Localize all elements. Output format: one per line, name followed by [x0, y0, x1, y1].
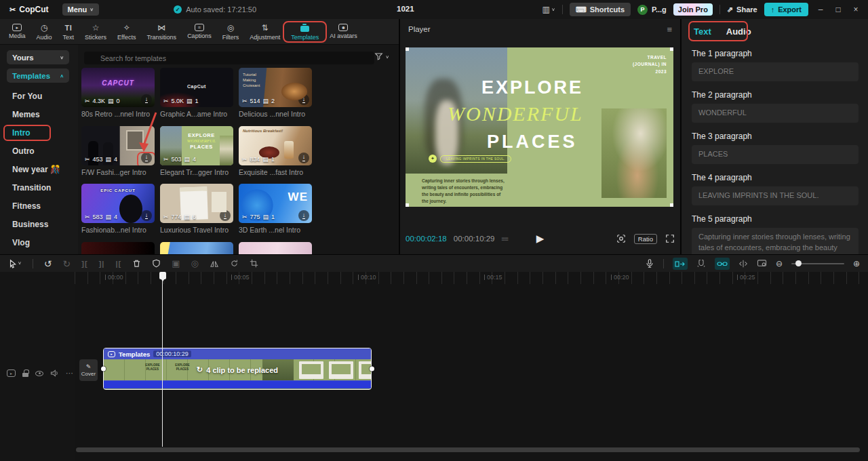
template-thumbnail[interactable]: CapCut ✂ 5.0K ▤ 1 — [160, 68, 233, 107]
paragraph-input[interactable]: WONDERFUL — [692, 104, 859, 123]
fullscreen-icon[interactable] — [665, 234, 675, 243]
sidebar-item-transition[interactable]: Transition — [0, 179, 78, 197]
download-button[interactable]: ↓ — [220, 210, 231, 221]
mask-button[interactable] — [152, 259, 161, 268]
focus-icon[interactable] — [616, 234, 626, 243]
redo-button[interactable]: ↻ — [63, 258, 71, 269]
tab-ai-avatars[interactable]: ☻ AI avatars — [325, 23, 362, 40]
template-card[interactable]: Tutorial Making Croissant ✂ 514 ▤ 2 ↓ De… — [239, 68, 312, 117]
magnet-button[interactable] — [696, 259, 706, 268]
template-thumbnail[interactable]: EXPLORE WONDERFUL PLACES ✂ 503 ▤ 4 — [160, 126, 233, 165]
split-button[interactable]: ][ — [81, 260, 87, 268]
zoom-out-button[interactable]: ⊖ — [776, 259, 783, 268]
shortcuts-button[interactable]: ⌨ Shortcuts — [570, 3, 631, 16]
sidebar-item-intro[interactable]: Intro — [0, 124, 78, 142]
frame-order-icon[interactable]: ≡≡ — [502, 235, 509, 243]
timeline-zoom-slider[interactable] — [791, 263, 844, 264]
template-thumbnail[interactable]: Nutritious Breakfast! ✂ 834 ▤ 1 ↓ — [239, 126, 312, 165]
preview-axis-button[interactable] — [757, 259, 767, 268]
slider-knob[interactable] — [795, 260, 802, 266]
template-card[interactable] — [160, 242, 233, 255]
tab-text[interactable]: Text — [694, 26, 711, 37]
selection-handle[interactable] — [670, 47, 673, 51]
template-card[interactable] — [81, 242, 155, 255]
crop-button[interactable] — [250, 259, 258, 268]
timeline-clip-templates[interactable]: ▸ Templates 00:00:10:29 EXPLORE PLACES E… — [103, 348, 372, 390]
tab-adjustment[interactable]: ⇅ Adjustment — [245, 22, 285, 41]
template-thumbnail[interactable]: ✂ 774 ▤ 6 ↓ — [160, 184, 233, 223]
template-thumbnail[interactable]: CAPCUT ✂ 4.3K ▤ 0 ↓ — [81, 68, 155, 107]
sidebar-group-yours[interactable]: Yours ∨ — [7, 50, 69, 64]
sidebar-item-for-you[interactable]: For You — [0, 87, 78, 106]
tab-audio[interactable]: ◷ Audio — [32, 22, 57, 41]
sidebar-item-fitness[interactable]: Fitness — [0, 197, 78, 216]
cover-button[interactable]: ✎ Cover — [79, 359, 98, 381]
template-thumbnail[interactable]: WE ✂ 775 ▤ 1 ↓ — [239, 184, 312, 223]
avatar[interactable]: P — [637, 5, 648, 15]
sidebar-item-business[interactable]: Business — [0, 216, 78, 234]
download-button[interactable]: ↓ — [298, 210, 309, 221]
playhead-line[interactable] — [162, 272, 163, 447]
selection-handle[interactable] — [406, 203, 409, 207]
selection-handle[interactable] — [406, 47, 409, 51]
player-menu-icon[interactable]: ≡ — [667, 24, 672, 35]
speaker-icon[interactable] — [50, 369, 59, 377]
selection-handle[interactable] — [670, 203, 673, 207]
ratio-button[interactable]: Ratio — [634, 234, 657, 244]
template-card[interactable]: EXPLORE WONDERFUL PLACES ✂ 503 ▤ 4 — [160, 126, 233, 176]
share-button[interactable]: ⇗ Share — [727, 5, 757, 14]
layout-button[interactable]: ▥ ∨ — [542, 5, 555, 14]
playhead-handle[interactable] — [159, 272, 166, 279]
split-right-button[interactable]: |[ — [115, 260, 121, 268]
template-thumbnail[interactable] — [81, 242, 155, 255]
delete-button[interactable] — [132, 259, 141, 268]
tab-stickers[interactable]: ☆ Stickers — [80, 22, 111, 41]
template-card[interactable]: ✂ 774 ▤ 6 ↓ Luxurious Travel Intro — [160, 184, 233, 233]
search-input[interactable] — [84, 52, 374, 64]
snap-toggle[interactable] — [673, 258, 688, 270]
template-card[interactable]: ✂ 453 ▤ 4 ↓ F/W Fashi...ger — [81, 126, 155, 176]
tab-audio[interactable]: Audio — [726, 26, 751, 37]
select-tool-button[interactable]: ∨ — [8, 259, 22, 268]
expand-clips-button[interactable] — [738, 259, 748, 268]
record-voiceover-button[interactable] — [645, 258, 654, 268]
download-button[interactable]: ↓ — [298, 153, 309, 163]
sidebar-item-vlog[interactable]: Vlog — [0, 234, 78, 252]
filter-button[interactable]: ∨ — [374, 52, 389, 60]
more-options-icon[interactable]: ⋯ — [66, 369, 74, 378]
paragraph-input[interactable]: LEAVING IMPRINTS IN THE SOUL. — [692, 186, 859, 205]
tab-transitions[interactable]: ⋈ Transitions — [142, 22, 181, 41]
sidebar-item-outro[interactable]: Outro — [0, 142, 78, 161]
timeline-ruler[interactable]: 00:00 00:05 00:10 00:15 00:20 00:25 — [75, 272, 868, 284]
undo-button[interactable]: ↺ — [44, 258, 52, 269]
record-button[interactable]: ◎ — [191, 258, 198, 268]
overlay-button[interactable]: ▣ — [172, 258, 180, 268]
template-card[interactable]: EPIC CAPCUT ✂ 583 ▤ 4 ↓ Fashionab...nel … — [81, 184, 155, 233]
download-button[interactable]: ↓ — [141, 210, 152, 221]
eye-icon[interactable] — [35, 371, 43, 376]
link-toggle[interactable] — [715, 258, 730, 270]
sidebar-item-new-year[interactable]: New year 🎊 — [0, 161, 78, 179]
tab-text[interactable]: TI Text — [58, 22, 79, 41]
rotate-button[interactable] — [230, 259, 239, 268]
sidebar-item-memes[interactable]: Memes — [0, 106, 78, 124]
template-thumbnail[interactable] — [160, 242, 233, 255]
paragraph-input[interactable]: Capturing inner stories through lenses, … — [692, 228, 859, 254]
paragraph-input[interactable]: PLACES — [692, 145, 859, 164]
video-preview[interactable]: TRAVEL (JOURNAL) IN 2023 EXPLORE WONDERF… — [406, 47, 673, 207]
paragraph-input[interactable]: EXPLORE — [692, 62, 859, 81]
tab-templates[interactable]: Templates — [286, 22, 323, 41]
template-thumbnail[interactable]: EPIC CAPCUT ✂ 583 ▤ 4 ↓ — [81, 184, 155, 223]
tab-effects[interactable]: ✧ Effects — [113, 22, 140, 41]
template-thumbnail[interactable]: Tutorial Making Croissant ✂ 514 ▤ 2 ↓ — [239, 68, 312, 107]
zoom-in-button[interactable]: ⊕ — [853, 259, 860, 268]
tab-filters[interactable]: ◎ Filters — [218, 22, 244, 41]
clip-trim-handle-right[interactable] — [370, 367, 374, 372]
lock-icon[interactable] — [22, 373, 28, 377]
template-card[interactable] — [239, 242, 312, 255]
horizontal-scrollbar[interactable] — [76, 447, 860, 452]
template-thumbnail[interactable] — [239, 242, 312, 255]
split-left-button[interactable]: ]| — [99, 260, 105, 268]
clip-trim-handle-left[interactable] — [101, 367, 106, 372]
mirror-button[interactable] — [210, 260, 219, 268]
